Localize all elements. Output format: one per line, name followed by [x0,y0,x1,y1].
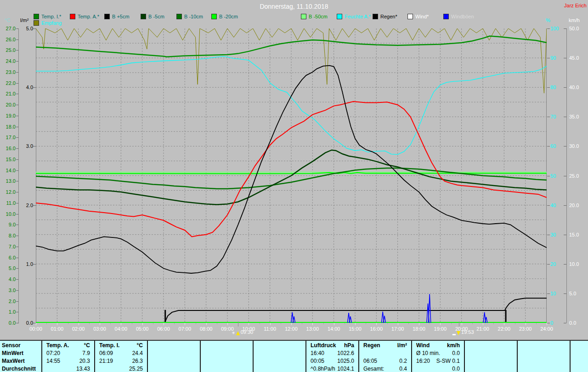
legend-color-box-icon [104,14,110,19]
time-tick [504,323,504,325]
table-row-label: Durchschnitt [0,365,41,372]
sun-icon: ✳ [232,331,235,335]
lm2-tick-label: 0.0 [21,320,33,326]
sunrise-time-label: 09:30 [241,329,254,335]
table-row-label: Sensor [0,341,41,349]
lm2-tick-label: 3.0 [21,143,33,149]
legend-color-box-icon [141,14,146,19]
table-cell-row [571,365,588,372]
time-halftick [515,323,515,324]
legend-color-box-icon [337,14,342,19]
table-column-header [148,341,200,349]
time-halftick [472,323,473,324]
kmh-tick-label: 35.0 [569,114,585,119]
time-tick [100,323,100,325]
column-unit: °C [84,342,90,349]
table-column-header: Windkm/h [412,341,464,349]
legend-color-box-icon [176,14,182,19]
table-column-header: Temp. I.°C [95,341,147,349]
temp-tick-label: 16.0 [2,146,16,151]
time-tick [462,323,462,325]
table-cell-row [254,365,305,372]
cell-time: 16:40 [311,350,324,356]
table-cell-row: 16:401022.6 [306,349,358,357]
legend-item-regen-: Regen* [373,13,397,19]
legend-item-b-50cm: B -50cm [301,13,328,19]
column-name: Wind [416,342,430,349]
legend-color-box-icon [443,14,449,19]
axis-header-temp: °C [5,17,10,23]
table-cell-row: ^0.8hPa/h1024.1 [306,365,358,372]
time-tick [142,323,143,325]
time-tick [312,323,313,325]
pct-tick-mark [547,28,550,29]
sunrise-marker: ✳09:30 [232,329,253,335]
time-label: 21:00 [473,326,493,332]
axis-line [18,28,19,323]
temp-tick-label: 26.0 [2,37,16,42]
kmh-tick-label: 40.0 [569,85,585,90]
table-column-empty [570,341,588,372]
temp-tick-label: 19.0 [2,113,16,118]
table-cell-row: Ø 10 min.0.0 [412,349,464,357]
cell-value: 1022.6 [337,350,354,356]
time-halftick [323,323,324,324]
time-halftick [89,323,90,324]
time-halftick [302,323,302,324]
sunset-marker: ▂19:53 [452,329,474,335]
table-cell-row [254,349,305,357]
stats-table: SensorMinWertMaxWertDurchschnittTemp. A.… [0,340,588,372]
pct-tick-label: 90 [550,55,562,61]
cloud-icon: ▂ [452,331,456,335]
temp-tick-label: 17.0 [2,135,16,140]
temp-tick-label: 15.0 [2,157,16,162]
cell-time: 14:55 [46,358,60,364]
temp-tick-label: 25.0 [2,47,16,53]
time-tick [36,323,36,325]
cell-value: 0.0 [452,350,460,356]
axis-header-lm2: l/m² [20,17,28,23]
legend-item-label: B +5cm [112,14,130,19]
cell-time: ^0.8hPa/h [311,366,335,372]
cell-time: 21:19 [99,358,113,364]
kmh-tick-label: 10.0 [569,261,585,267]
temp-tick-label: 24.0 [2,58,16,64]
temp-tick-label: 7.0 [2,244,16,249]
pct-tick-mark [547,205,550,206]
table-cell-row [571,357,588,365]
table-column-empty [147,341,200,372]
table-cell-row: 21:1926.3 [95,357,147,365]
temp-tick-label: 1.0 [2,309,16,315]
time-label: 02:00 [68,326,89,332]
cell-time: Ø 10 min. [416,350,440,356]
time-label: 16:00 [366,326,386,332]
temp-tick-label: 11.0 [2,200,16,206]
legend-item-temp-i-: Temp. I.* [34,13,61,19]
time-label: 00:00 [26,326,46,332]
column-unit: km/h [447,342,460,349]
time-tick [398,323,398,325]
table-cell-row [518,365,570,372]
series-empfang-line [36,28,547,93]
pct-tick-label: 40 [550,203,562,208]
column-unit: l/m² [397,342,407,349]
time-label: 05:00 [132,326,153,332]
table-cell-row [148,349,200,357]
time-label: 22:00 [494,326,514,332]
time-halftick [536,323,537,324]
time-tick [270,323,271,325]
cell-time: 06:09 [99,350,113,356]
time-tick [185,323,185,325]
legend-item-label: Wind* [415,14,429,19]
cell-value: 0.4 [399,366,407,372]
temp-tick-label: 22.0 [2,80,16,86]
sunset-time-label: 19:53 [461,329,474,335]
legend-item-label: Empfang [41,20,62,26]
legend-color-box-icon [211,14,217,19]
legend-item-label: Feuchte A.* [345,14,371,19]
table-column-wind: Windkm/hØ 10 min.0.016:20S-SW 0.10.0 [411,341,464,372]
time-label: 06:00 [153,326,174,332]
table-column-header: LuftdruckhPa [306,341,358,349]
temp-tick-label: 13.0 [2,178,16,184]
legend-item-label: B -20cm [219,14,238,19]
